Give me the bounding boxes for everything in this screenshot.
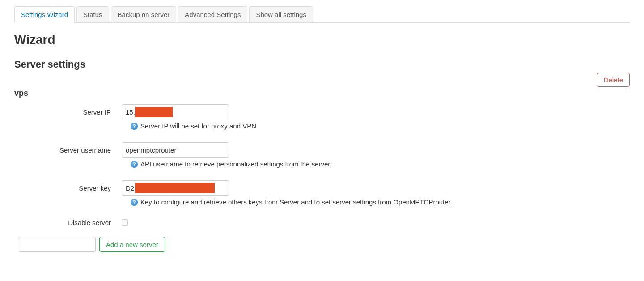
- tab-backup-on-server[interactable]: Backup on server: [111, 6, 177, 23]
- tab-advanced-settings[interactable]: Advanced Settings: [178, 6, 247, 23]
- tab-show-all-settings[interactable]: Show all settings: [249, 6, 313, 23]
- new-server-input[interactable]: [18, 237, 96, 252]
- server-ip-label: Server IP: [14, 108, 122, 116]
- tab-status[interactable]: Status: [76, 6, 109, 23]
- server-username-label: Server username: [14, 146, 122, 154]
- disable-server-checkbox[interactable]: [122, 219, 128, 226]
- server-username-help: API username to retrieve personnalized s…: [140, 160, 332, 168]
- add-server-button[interactable]: Add a new server: [99, 237, 165, 252]
- server-ip-redacted: [135, 107, 173, 117]
- server-key-label: Server key: [14, 184, 122, 192]
- section-title: Server settings: [14, 59, 630, 70]
- server-key-help: Key to configure and retrieve others key…: [140, 198, 452, 206]
- server-username-input[interactable]: [122, 142, 229, 158]
- server-key-redacted: [135, 183, 215, 193]
- server-ip-help: Server IP will be set for proxy and VPN: [140, 122, 256, 130]
- tab-bar: Settings Wizard Status Backup on server …: [14, 6, 630, 23]
- page-title: Wizard: [14, 33, 630, 47]
- help-icon: ?: [131, 161, 138, 168]
- help-icon: ?: [131, 123, 138, 130]
- help-icon: ?: [131, 199, 138, 206]
- vps-heading: vps: [14, 89, 630, 98]
- tab-settings-wizard[interactable]: Settings Wizard: [14, 6, 75, 23]
- disable-server-label: Disable server: [14, 219, 122, 226]
- delete-button[interactable]: Delete: [597, 73, 630, 87]
